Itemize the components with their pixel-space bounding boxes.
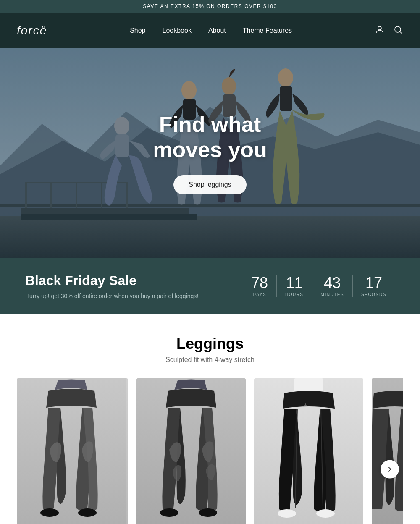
products-section: Leggings Sculpted fit with 4-way stretch bbox=[0, 314, 420, 524]
announcement-text: SAVE AN EXTRA 15% ON ORDERS OVER $100 bbox=[143, 3, 277, 9]
announcement-bar: SAVE AN EXTRA 15% ON ORDERS OVER $100 bbox=[0, 0, 420, 13]
product-image-2 bbox=[136, 378, 246, 524]
svg-point-27 bbox=[78, 508, 97, 517]
sale-description: Hurry up! get 30% off entire order when … bbox=[25, 293, 198, 299]
nav-theme-features[interactable]: Theme Features bbox=[243, 27, 292, 34]
products-grid: Bolt Legging Grey $115 ★★★★★ 35 bbox=[17, 378, 403, 524]
sale-text: Black Friday Sale Hurry up! get 30% off … bbox=[25, 273, 198, 299]
hero-title: Find what moves you bbox=[153, 112, 267, 162]
sale-banner: Black Friday Sale Hurry up! get 30% off … bbox=[0, 258, 420, 314]
header-icons bbox=[375, 25, 403, 37]
next-arrow-button[interactable] bbox=[381, 460, 399, 479]
account-icon[interactable] bbox=[375, 25, 385, 37]
sale-title: Black Friday Sale bbox=[25, 273, 198, 288]
search-icon[interactable] bbox=[393, 25, 403, 37]
countdown-seconds: 17 SECONDS bbox=[353, 275, 395, 297]
legging-img-1 bbox=[17, 378, 126, 524]
svg-point-35 bbox=[278, 509, 296, 518]
products-subtitle: Sculpted fit with 4-way stretch bbox=[17, 356, 403, 364]
hero-content: Find what moves you Shop leggings bbox=[153, 112, 267, 194]
nav-shop[interactable]: Shop bbox=[130, 27, 145, 34]
logo[interactable]: forcë bbox=[17, 24, 47, 37]
legging-img-4 bbox=[372, 378, 403, 524]
svg-point-0 bbox=[378, 26, 381, 30]
countdown-hours: 11 HOURS bbox=[277, 275, 312, 297]
products-title: Leggings bbox=[17, 335, 403, 353]
hero-section: Find what moves you Shop leggings bbox=[0, 48, 420, 258]
nav-lookbook[interactable]: Lookbook bbox=[163, 27, 192, 34]
legging-img-2 bbox=[136, 378, 246, 524]
shop-leggings-button[interactable]: Shop leggings bbox=[173, 175, 246, 194]
countdown-timer: 78 DAYS 11 HOURS 43 MINUTES 17 SECONDS bbox=[243, 275, 395, 297]
product-card[interactable]: Bolt Legging Grey $115 ★★★★★ 35 bbox=[17, 378, 132, 524]
svg-point-29 bbox=[160, 508, 178, 517]
product-image-1 bbox=[17, 378, 128, 524]
svg-point-26 bbox=[40, 508, 59, 517]
countdown-minutes: 43 MINUTES bbox=[312, 275, 353, 297]
product-image-4 bbox=[372, 378, 403, 524]
svg-rect-32 bbox=[294, 378, 323, 393]
legging-img-3: ▲ bbox=[254, 378, 363, 524]
svg-point-1 bbox=[395, 26, 401, 32]
product-card[interactable]: ▲ Velvet Legging $88 ★★★★★ 35 bbox=[250, 378, 368, 524]
product-image-3: ▲ bbox=[254, 378, 363, 524]
svg-line-2 bbox=[400, 31, 403, 34]
svg-point-36 bbox=[316, 509, 335, 518]
svg-point-30 bbox=[199, 508, 217, 517]
product-card[interactable]: Bolt Legging $75 ★★★★★ 35 bbox=[132, 378, 250, 524]
main-nav: Shop Lookbook About Theme Features bbox=[130, 27, 292, 34]
countdown-days: 78 DAYS bbox=[243, 275, 277, 297]
nav-about[interactable]: About bbox=[208, 27, 226, 34]
svg-text:▲: ▲ bbox=[304, 402, 307, 406]
header: forcë Shop Lookbook About Theme Features bbox=[0, 13, 420, 48]
product-card[interactable]: Calatrav... $99 ★★★★★ 35 bbox=[368, 378, 403, 524]
